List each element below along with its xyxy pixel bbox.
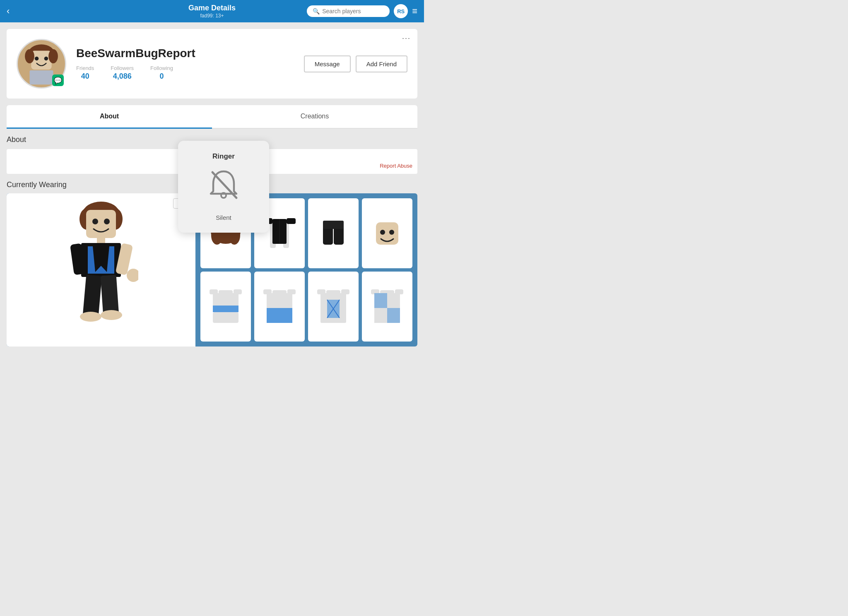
top-nav: ‹ Game Details fad99: 13+ 🔍 RS ≡ [0,0,424,22]
page-title: Game Details [188,4,236,13]
following-label: Following [150,65,173,71]
menu-button[interactable]: ≡ [412,6,417,17]
item-extra[interactable] [362,272,412,342]
tab-creations[interactable]: Creations [212,105,417,129]
svg-rect-1 [31,51,51,70]
svg-point-5 [25,49,34,63]
profile-username: BeeSwarmBugReport [76,47,294,60]
svg-point-39 [380,230,385,235]
svg-point-20 [127,269,138,282]
svg-point-3 [44,57,48,61]
online-badge: 💬 [52,75,64,86]
nav-title-block: Game Details fad99: 13+ [188,4,236,19]
stat-following: Following 0 [150,65,173,81]
tab-about[interactable]: About [7,105,212,129]
item-pants[interactable] [308,198,359,268]
stat-followers: Followers 4,086 [111,65,134,81]
svg-rect-64 [374,293,387,308]
rs-button[interactable]: RS [394,4,408,18]
ringer-popup[interactable]: Ringer Silent [178,141,269,233]
friends-value: 40 [76,72,94,81]
item-face[interactable] [362,198,412,268]
avatar-wrapper: 💬 [17,39,66,89]
stats-row: Friends 40 Followers 4,086 Following 0 [76,65,294,81]
wearing-3d-panel: 3D [7,193,195,346]
svg-rect-4 [30,70,53,84]
message-button[interactable]: Message [304,55,351,72]
followers-value: 4,086 [111,72,134,81]
search-input[interactable] [322,8,384,14]
svg-point-12 [104,219,110,224]
nav-right: 🔍 RS ≡ [307,4,417,18]
svg-point-40 [389,230,394,235]
options-button[interactable]: ··· [402,34,411,43]
svg-rect-46 [213,312,238,323]
svg-rect-65 [387,293,400,308]
followers-label: Followers [111,65,134,71]
svg-rect-67 [387,308,400,323]
back-button[interactable]: ‹ [7,7,10,16]
search-bar[interactable]: 🔍 [307,5,390,17]
svg-rect-32 [287,218,296,224]
friends-label: Friends [76,65,94,71]
ringer-status: Silent [193,214,254,221]
svg-point-2 [35,57,39,61]
profile-actions: Message Add Friend [304,55,407,72]
item-right-arm[interactable] [254,272,305,342]
following-value: 0 [150,72,173,81]
svg-rect-51 [267,308,292,323]
svg-rect-45 [213,306,238,312]
profile-info: BeeSwarmBugReport Friends 40 Followers 4… [76,47,294,81]
svg-rect-66 [374,308,387,323]
add-friend-button[interactable]: Add Friend [356,55,407,72]
svg-point-11 [92,219,98,224]
svg-point-6 [48,49,58,63]
character-3d-svg [64,202,138,338]
svg-point-23 [80,312,101,322]
svg-point-24 [101,310,122,320]
item-left-arm[interactable] [200,272,251,342]
bell-slash-icon [205,166,242,208]
page-subtitle: fad99: 13+ [188,13,236,19]
profile-card: ··· 💬 BeeSwarmBugReport [7,29,417,99]
ringer-title: Ringer [193,152,254,161]
svg-point-68 [221,193,226,198]
stat-friends: Friends 40 [76,65,94,81]
svg-rect-10 [86,210,116,238]
svg-rect-37 [323,221,344,229]
item-accessory[interactable] [308,272,359,342]
svg-rect-21 [83,275,102,317]
search-icon: 🔍 [313,8,320,14]
tabs-bar: About Creations [7,105,417,129]
report-abuse-link[interactable]: Report Abuse [380,163,412,169]
